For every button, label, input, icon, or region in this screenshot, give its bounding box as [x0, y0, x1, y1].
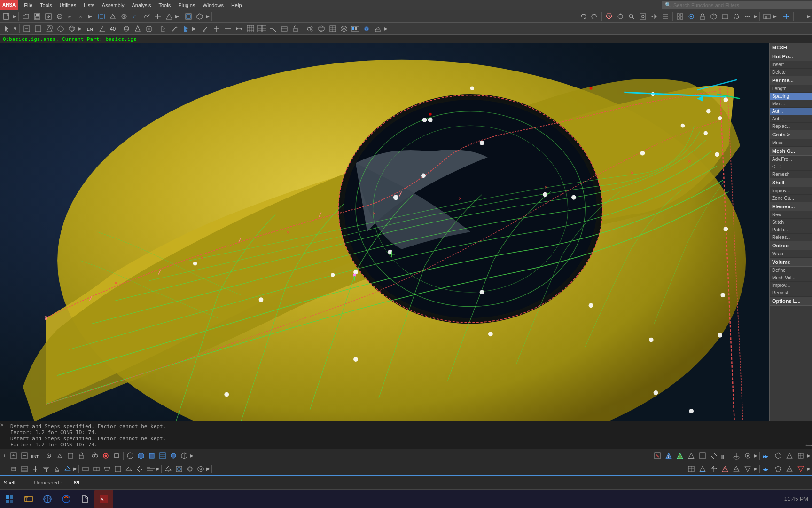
tb2-grid2[interactable] [245, 24, 256, 34]
tb-new[interactable] [1, 11, 12, 22]
btb2-r8[interactable] [773, 464, 783, 474]
btb1-r12[interactable] [784, 451, 795, 461]
panel-remesh1[interactable]: Remesh [770, 171, 812, 178]
btb1-r9[interactable] [742, 451, 753, 461]
tb2-cluster[interactable] [305, 24, 315, 34]
btb2-14[interactable] [163, 464, 173, 474]
tb-align[interactable] [660, 11, 671, 22]
panel-new[interactable]: New [770, 211, 812, 219]
tb2-grid3[interactable] [257, 24, 267, 34]
taskbar-browser2[interactable] [57, 490, 76, 508]
tb2-cursor2[interactable] [181, 24, 191, 34]
tb-cube[interactable] [709, 11, 719, 22]
btb1-2[interactable] [19, 451, 30, 461]
btb2-more5[interactable]: ▶ [807, 466, 811, 471]
btb2-11[interactable] [124, 464, 134, 474]
btb2-r6[interactable] [742, 464, 753, 474]
btb1-r6[interactable] [709, 451, 719, 461]
panel-zonecu[interactable]: Zone Cu... [770, 195, 812, 202]
tb-colormap[interactable] [796, 11, 806, 22]
btb2-1[interactable] [8, 464, 19, 474]
tb-coord[interactable] [781, 11, 791, 22]
btb1-quad[interactable] [65, 451, 76, 461]
panel-advfro[interactable]: Adv.Fro... [770, 156, 812, 163]
btb2-7[interactable] [80, 464, 91, 474]
btb1-node[interactable] [44, 451, 54, 461]
btb2-r1[interactable] [686, 464, 696, 474]
btb1-3d2[interactable] [136, 451, 146, 461]
tb2-plus[interactable] [211, 24, 222, 34]
panel-patch[interactable]: Patch... [770, 226, 812, 234]
panel-improv2[interactable]: Improv... [770, 282, 812, 289]
toolbar4-more[interactable]: ▶ [807, 14, 811, 19]
toolbar1-more2[interactable]: ▶ [88, 14, 92, 19]
btb2-more4[interactable]: ▶ [754, 466, 757, 471]
btb1-more3[interactable]: ▶ [807, 453, 811, 458]
btb1-r7[interactable]: ||| [720, 451, 730, 461]
toolbar1-more[interactable]: ▶ [13, 14, 16, 19]
tb-display1[interactable]: ||| [762, 11, 772, 22]
panel-insert[interactable]: Insert [770, 61, 812, 69]
btb2-5[interactable] [52, 464, 62, 474]
menu-tools2[interactable]: Tools [155, 0, 175, 10]
panel-aut2[interactable]: Aut... [770, 115, 812, 123]
btb1-hexcube[interactable] [179, 451, 189, 461]
btb1-1[interactable] [8, 451, 19, 461]
btb1-lock3[interactable] [76, 451, 86, 461]
tb2-lock2[interactable] [290, 24, 301, 34]
tb2-t4[interactable] [55, 24, 66, 34]
tb2-dropdown[interactable]: ▼ [13, 26, 17, 31]
menu-file[interactable]: File [20, 0, 36, 10]
tb-export[interactable] [43, 11, 54, 22]
taskbar-files[interactable] [76, 490, 94, 508]
btb1-r10[interactable]: ▶▶ [762, 451, 772, 461]
menu-analysis[interactable]: Analysis [128, 0, 155, 10]
panel-length[interactable]: Length [770, 85, 812, 93]
btb1-cluster2[interactable] [90, 451, 100, 461]
tb-more5[interactable] [742, 11, 753, 22]
tb2-select[interactable] [1, 24, 12, 34]
search-input[interactable] [673, 2, 805, 8]
tb-import[interactable]: P [55, 11, 65, 22]
tb-open[interactable] [21, 11, 31, 22]
btb2-6[interactable] [62, 464, 73, 474]
taskbar-ansa[interactable]: A [94, 490, 113, 508]
panel-improv[interactable]: Improv... [770, 187, 812, 195]
panel-stitch[interactable]: Stitch [770, 219, 812, 226]
console-resize-handle[interactable]: ⟺ [805, 421, 812, 449]
panel-move[interactable]: Move [770, 139, 812, 147]
btb1-more2[interactable]: ▶ [754, 453, 757, 458]
tb2-3d[interactable] [316, 24, 327, 34]
tb2-colorbox[interactable] [350, 24, 360, 34]
tb-scene[interactable] [720, 11, 730, 22]
tb2-t3[interactable] [44, 24, 55, 34]
tb2-t2[interactable] [33, 24, 43, 34]
btb2-r3[interactable] [709, 464, 719, 474]
btb1-info[interactable]: i [125, 451, 135, 461]
btb1-r1[interactable] [652, 451, 663, 461]
btb1-more[interactable]: ▶ [190, 453, 194, 458]
tb2-layers[interactable] [339, 24, 349, 34]
tb-delete[interactable]: X [604, 11, 614, 22]
tb-t6[interactable] [153, 11, 163, 22]
tb-redo[interactable] [589, 11, 600, 22]
console-close-btn[interactable]: ✕ [0, 421, 7, 449]
tb-snap[interactable] [686, 11, 696, 22]
btb1-r2[interactable] [664, 451, 674, 461]
tb-undo[interactable] [578, 11, 588, 22]
menu-tools[interactable]: Tools [36, 0, 56, 10]
btb2-r2[interactable] [697, 464, 708, 474]
tb2-pencil[interactable] [200, 24, 211, 34]
btb1-stop[interactable] [111, 451, 122, 461]
btb2-more2[interactable]: ▶ [156, 466, 160, 471]
search-box[interactable]: 🔍 [662, 1, 812, 9]
btb1-r3[interactable] [675, 451, 685, 461]
tb2-ent[interactable]: ENT [86, 24, 96, 34]
btb1-r5[interactable] [697, 451, 708, 461]
btb2-10[interactable] [113, 464, 123, 474]
btb1-elem[interactable] [55, 451, 65, 461]
tb-frame[interactable] [638, 11, 648, 22]
panel-man[interactable]: Man... [770, 100, 812, 108]
btb2-r7[interactable]: ◀▶ [762, 464, 772, 474]
toolbar1-more3[interactable]: ▶ [175, 14, 179, 19]
